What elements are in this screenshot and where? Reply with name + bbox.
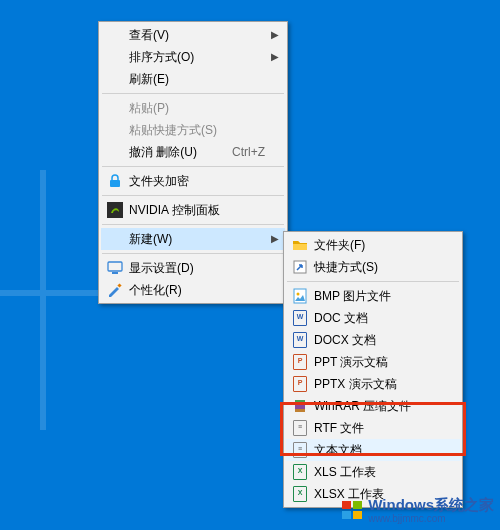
menu-item-refresh[interactable]: 刷新(E) xyxy=(101,68,285,90)
rtf-file-icon: ≡ xyxy=(292,420,308,436)
watermark-brand: Windows xyxy=(368,496,434,513)
submenu-item-shortcut[interactable]: 快捷方式(S) xyxy=(286,256,460,278)
svg-rect-0 xyxy=(110,180,120,187)
menu-item-label: NVIDIA 控制面板 xyxy=(129,202,220,219)
docx-file-icon: W xyxy=(292,332,308,348)
svg-rect-3 xyxy=(112,272,118,274)
submenu-item-text-document[interactable]: ≡ 文本文档 xyxy=(286,439,460,461)
submenu-item-doc[interactable]: W DOC 文档 xyxy=(286,307,460,329)
nvidia-icon xyxy=(107,202,123,218)
menu-item-label: DOCX 文档 xyxy=(314,332,376,349)
menu-item-label: XLS 工作表 xyxy=(314,464,376,481)
desktop-context-menu: 查看(V) ▶ 排序方式(O) ▶ 刷新(E) 粘贴(P) 粘贴快捷方式(S) … xyxy=(98,21,288,304)
rar-file-icon xyxy=(292,398,308,414)
menu-item-label: RTF 文件 xyxy=(314,420,364,437)
watermark-tagline: 系统之家 xyxy=(434,496,494,513)
svg-rect-12 xyxy=(353,501,362,509)
submenu-item-docx[interactable]: W DOCX 文档 xyxy=(286,329,460,351)
xls-file-icon: X xyxy=(292,464,308,480)
menu-item-folder-encrypt[interactable]: 文件夹加密 xyxy=(101,170,285,192)
menu-item-label: PPT 演示文稿 xyxy=(314,354,388,371)
submenu-arrow-icon: ▶ xyxy=(271,29,279,40)
personalize-icon xyxy=(107,282,123,298)
folder-icon xyxy=(292,237,308,253)
submenu-arrow-icon: ▶ xyxy=(271,233,279,244)
menu-item-paste: 粘贴(P) xyxy=(101,97,285,119)
windows-logo-icon xyxy=(340,498,364,522)
bmp-file-icon xyxy=(292,288,308,304)
pptx-file-icon: P xyxy=(292,376,308,392)
menu-item-view[interactable]: 查看(V) ▶ xyxy=(101,24,285,46)
menu-separator xyxy=(102,224,284,225)
menu-separator xyxy=(102,253,284,254)
submenu-item-bmp[interactable]: BMP 图片文件 xyxy=(286,285,460,307)
doc-file-icon: W xyxy=(292,310,308,326)
menu-item-undo-delete[interactable]: 撤消 删除(U) Ctrl+Z xyxy=(101,141,285,163)
svg-rect-2 xyxy=(108,262,122,271)
svg-rect-11 xyxy=(342,501,351,509)
ppt-file-icon: P xyxy=(292,354,308,370)
menu-item-label: 文件夹加密 xyxy=(129,173,189,190)
menu-item-label: 文本文档 xyxy=(314,442,362,459)
text-file-icon: ≡ xyxy=(292,442,308,458)
svg-rect-10 xyxy=(295,409,305,412)
menu-item-personalize[interactable]: 个性化(R) xyxy=(101,279,285,301)
menu-item-label: 快捷方式(S) xyxy=(314,259,378,276)
menu-item-label: 粘贴快捷方式(S) xyxy=(129,122,217,139)
menu-item-label: DOC 文档 xyxy=(314,310,368,327)
menu-item-label: 撤消 删除(U) xyxy=(129,144,197,161)
menu-item-label: 粘贴(P) xyxy=(129,100,169,117)
svg-rect-4 xyxy=(117,283,121,287)
menu-separator xyxy=(102,166,284,167)
menu-item-label: 显示设置(D) xyxy=(129,260,194,277)
menu-item-label: WinRAR 压缩文件 xyxy=(314,398,411,415)
menu-item-label: PPTX 演示文稿 xyxy=(314,376,397,393)
submenu-item-ppt[interactable]: P PPT 演示文稿 xyxy=(286,351,460,373)
menu-item-sort[interactable]: 排序方式(O) ▶ xyxy=(101,46,285,68)
desktop[interactable]: 查看(V) ▶ 排序方式(O) ▶ 刷新(E) 粘贴(P) 粘贴快捷方式(S) … xyxy=(0,0,500,530)
display-icon xyxy=(107,260,123,276)
menu-item-label: 查看(V) xyxy=(129,27,169,44)
new-submenu: 文件夹(F) 快捷方式(S) BMP 图片文件 W DOC 文档 W DOCX … xyxy=(283,231,463,508)
svg-point-7 xyxy=(297,293,300,296)
menu-item-display-settings[interactable]: 显示设置(D) xyxy=(101,257,285,279)
svg-rect-13 xyxy=(342,511,351,519)
shortcut-icon xyxy=(292,259,308,275)
menu-separator xyxy=(102,195,284,196)
menu-item-label: 个性化(R) xyxy=(129,282,182,299)
menu-item-nvidia[interactable]: NVIDIA 控制面板 xyxy=(101,199,285,221)
menu-separator xyxy=(287,281,459,282)
watermark: Windows系统之家 www.bjjmmc.com xyxy=(340,496,494,524)
menu-item-label: BMP 图片文件 xyxy=(314,288,391,305)
submenu-item-xls[interactable]: X XLS 工作表 xyxy=(286,461,460,483)
menu-item-paste-shortcut: 粘贴快捷方式(S) xyxy=(101,119,285,141)
submenu-item-rtf[interactable]: ≡ RTF 文件 xyxy=(286,417,460,439)
menu-item-shortcut: Ctrl+Z xyxy=(232,145,265,159)
submenu-item-folder[interactable]: 文件夹(F) xyxy=(286,234,460,256)
submenu-arrow-icon: ▶ xyxy=(271,51,279,62)
lock-icon xyxy=(107,173,123,189)
menu-item-label: 刷新(E) xyxy=(129,71,169,88)
menu-item-new[interactable]: 新建(W) ▶ xyxy=(101,228,285,250)
svg-rect-9 xyxy=(295,400,305,403)
menu-item-label: 文件夹(F) xyxy=(314,237,365,254)
svg-rect-14 xyxy=(353,511,362,519)
submenu-item-rar[interactable]: WinRAR 压缩文件 xyxy=(286,395,460,417)
menu-item-label: 排序方式(O) xyxy=(129,49,194,66)
xlsx-file-icon: X xyxy=(292,486,308,502)
submenu-item-pptx[interactable]: P PPTX 演示文稿 xyxy=(286,373,460,395)
menu-item-label: 新建(W) xyxy=(129,231,172,248)
menu-separator xyxy=(102,93,284,94)
